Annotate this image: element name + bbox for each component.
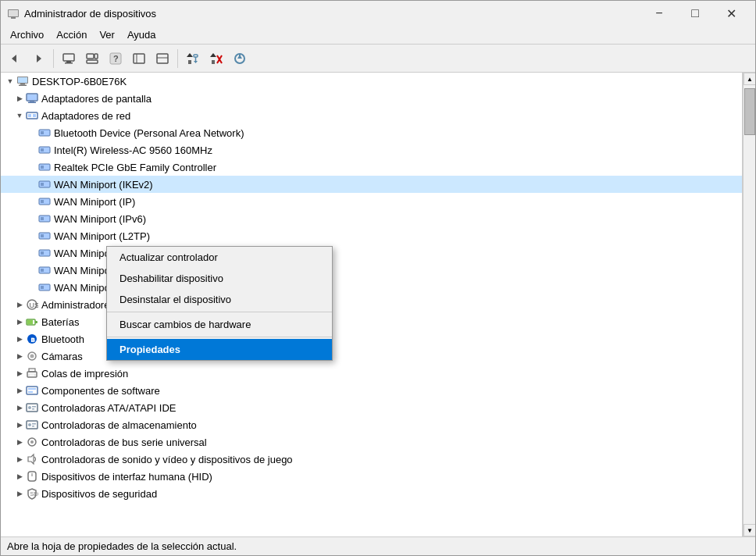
- svg-rect-59: [41, 286, 44, 289]
- tree-item-bus[interactable]: Controladoras de bus serie universal: [1, 433, 742, 451]
- ctx-uninstall[interactable]: Desinstalar el dispositivo: [107, 289, 332, 310]
- svg-rect-36: [28, 102, 36, 104]
- sound-label: Controladoras de sonido y vídeo y dispos…: [41, 454, 293, 465]
- software-label: Componentes de software: [41, 385, 160, 397]
- tree-item-software[interactable]: Componentes de software: [1, 382, 742, 399]
- net-icon-6: [38, 212, 51, 225]
- svg-marker-28: [237, 55, 242, 59]
- svg-rect-39: [33, 114, 36, 117]
- maximize-button[interactable]: □: [677, 1, 713, 26]
- expand-cameras[interactable]: [13, 350, 26, 362]
- svg-rect-9: [87, 60, 98, 63]
- svg-rect-49: [41, 200, 44, 203]
- toolbar-view-devices[interactable]: [58, 48, 80, 70]
- expand-intel: [26, 144, 38, 156]
- svg-rect-10: [94, 54, 98, 59]
- tree-item-wan2[interactable]: WAN Miniport (IP): [1, 193, 742, 210]
- svg-rect-51: [41, 217, 44, 220]
- usb-icon: USB: [26, 298, 38, 311]
- scroll-up-arrow[interactable]: ▲: [744, 73, 755, 85]
- svg-marker-18: [187, 53, 193, 57]
- tree-item-root[interactable]: DESKTOP-6B0E76K: [1, 73, 742, 90]
- svg-point-80: [28, 423, 31, 426]
- app-icon: [7, 7, 20, 20]
- ctx-properties[interactable]: Propiedades: [107, 339, 332, 360]
- expand-display[interactable]: [13, 92, 26, 105]
- display-adapters-label: Adaptadores de pantalla: [41, 93, 152, 105]
- expand-wan5: [26, 247, 38, 259]
- toolbar-forward[interactable]: [27, 48, 49, 70]
- expand-security[interactable]: [13, 487, 26, 500]
- expand-usb[interactable]: [13, 298, 26, 311]
- expand-bluetooth[interactable]: [13, 333, 26, 345]
- svg-point-84: [30, 440, 34, 444]
- svg-rect-13: [134, 54, 144, 63]
- toolbar-view3[interactable]: [152, 48, 173, 70]
- svg-rect-30: [18, 77, 27, 83]
- printer-icon: [26, 367, 38, 380]
- tree-item-security[interactable]: SEC Dispositivos de seguridad: [1, 485, 742, 502]
- bus-label: Controladoras de bus serie universal: [41, 437, 207, 448]
- expand-print[interactable]: [13, 367, 26, 380]
- net-icon-8: [38, 247, 51, 259]
- battery-icon: [26, 315, 38, 328]
- tree-item-hid[interactable]: Dispositivos de interfaz humana (HID): [1, 468, 742, 485]
- tree-item-net-adapters[interactable]: Adaptadores de red: [1, 107, 742, 124]
- menu-accion[interactable]: Acción: [50, 27, 93, 42]
- svg-rect-22: [212, 60, 215, 64]
- expand-ata[interactable]: [13, 401, 26, 414]
- toolbar-refresh[interactable]: [229, 48, 251, 70]
- tree-item-realtek[interactable]: Realtek PCIe GbE Family Controller: [1, 159, 742, 176]
- tree-item-wan3[interactable]: WAN Miniport (IPv6): [1, 210, 742, 227]
- toolbar-view-resources[interactable]: [81, 48, 103, 70]
- expand-root[interactable]: [4, 75, 16, 87]
- toolbar-back[interactable]: [4, 48, 26, 70]
- vertical-scrollbar[interactable]: ▲ ▼: [743, 73, 755, 536]
- expand-software[interactable]: [13, 384, 26, 397]
- svg-rect-72: [27, 387, 37, 394]
- scroll-down-arrow[interactable]: ▼: [744, 524, 755, 536]
- svg-rect-2: [11, 17, 16, 19]
- tree-item-wan4[interactable]: WAN Miniport (L2TP): [1, 227, 742, 244]
- tree-item-print-queues[interactable]: Colas de impresión: [1, 365, 742, 382]
- toolbar-help[interactable]: ?: [105, 48, 127, 70]
- svg-marker-23: [210, 53, 216, 57]
- camera-icon: [26, 350, 38, 362]
- svg-rect-53: [41, 234, 44, 237]
- device-tree[interactable]: DESKTOP-6B0E76K Adaptadores de pantalla: [1, 73, 743, 536]
- toolbar-view2[interactable]: [128, 48, 150, 70]
- ctx-scan[interactable]: Buscar cambios de hardware: [107, 314, 332, 335]
- ctx-update[interactable]: Actualizar controlador: [107, 247, 332, 268]
- tree-item-wan1[interactable]: WAN Miniport (IKEv2): [1, 176, 742, 193]
- net-icon-7: [38, 230, 51, 242]
- security-icon: SEC: [26, 487, 38, 500]
- menu-ayuda[interactable]: Ayuda: [121, 27, 162, 42]
- tree-item-display-adapters[interactable]: Adaptadores de pantalla: [1, 90, 742, 107]
- tree-item-storage[interactable]: Controladoras de almacenamiento: [1, 416, 742, 433]
- expand-sound[interactable]: [13, 453, 26, 465]
- ctx-sep-1: [107, 312, 332, 312]
- menu-ver[interactable]: Ver: [93, 27, 121, 42]
- expand-storage[interactable]: [13, 419, 26, 431]
- svg-rect-32: [19, 85, 27, 87]
- close-button[interactable]: ✕: [713, 1, 749, 26]
- toolbar-delete[interactable]: [205, 48, 227, 70]
- bt-device-label: Bluetooth Device (Personal Area Network): [54, 127, 244, 139]
- ctx-disable[interactable]: Deshabilitar dispositivo: [107, 268, 332, 289]
- menu-archivo[interactable]: Archivo: [4, 27, 50, 42]
- expand-batteries[interactable]: [13, 315, 26, 328]
- title-bar: Administrador de dispositivos − □ ✕: [1, 1, 755, 26]
- tree-item-sound[interactable]: Controladoras de sonido y vídeo y dispos…: [1, 451, 742, 468]
- expand-bus[interactable]: [13, 436, 26, 448]
- scroll-thumb[interactable]: [744, 88, 755, 135]
- minimize-button[interactable]: −: [641, 1, 677, 26]
- svg-rect-64: [35, 321, 37, 323]
- tree-item-ata[interactable]: Controladoras ATA/ATAPI IDE: [1, 399, 742, 416]
- toolbar-update[interactable]: [182, 48, 204, 70]
- tree-item-bt-device[interactable]: Bluetooth Device (Personal Area Network): [1, 124, 742, 141]
- ata-label: Controladoras ATA/ATAPI IDE: [41, 402, 176, 414]
- expand-hid[interactable]: [13, 470, 26, 483]
- expand-net[interactable]: [13, 109, 26, 122]
- tree-item-intel-wifi[interactable]: Intel(R) Wireless-AC 9560 160MHz: [1, 141, 742, 159]
- svg-text:ʙ: ʙ: [30, 335, 35, 344]
